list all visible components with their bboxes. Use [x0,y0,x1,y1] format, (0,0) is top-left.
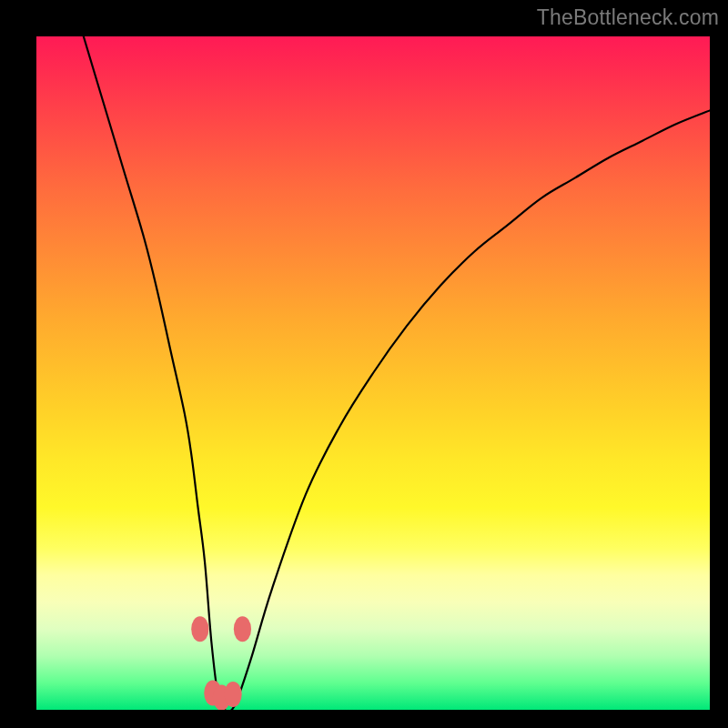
curve-marker [191,616,208,642]
curve-marker [234,616,251,642]
chart-frame: TheBottleneck.com [0,0,728,728]
plot-area [36,36,710,710]
watermark-text: TheBottleneck.com [537,5,719,30]
bottleneck-curve [84,36,710,710]
chart-svg [36,36,710,710]
curve-marker [224,682,241,707]
curve-markers [191,616,251,710]
